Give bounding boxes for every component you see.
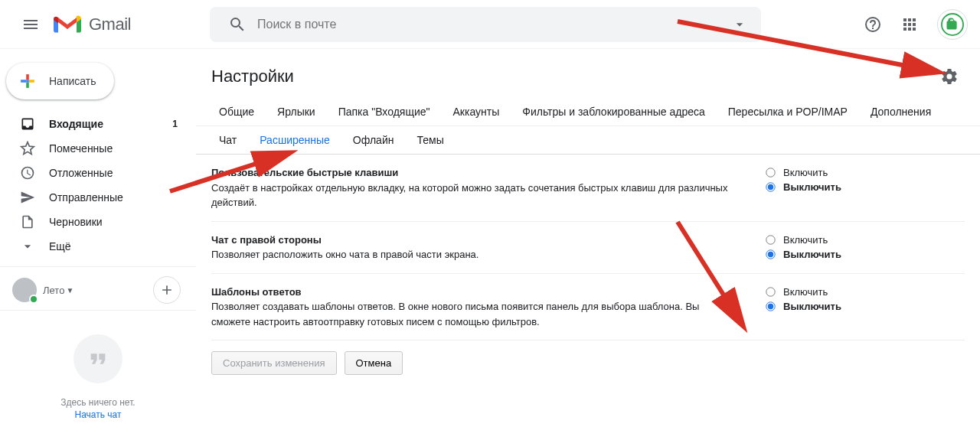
chat-username[interactable]: Лето (43, 285, 64, 296)
setting-row-1: Чат с правой стороныПозволяет расположит… (211, 222, 965, 274)
chat-section: Лето ▼ (0, 266, 196, 304)
radio-disable-label: Выключить (783, 301, 841, 312)
main-menu-button[interactable] (12, 6, 49, 43)
main-area: Настройки ОбщиеЯрлыкиПапка "Входящие"Акк… (196, 49, 980, 443)
gear-icon (940, 67, 959, 86)
compose-label: Написать (49, 75, 96, 87)
caret-down-icon[interactable]: ▼ (66, 286, 74, 295)
sidebar-item-inbox[interactable]: Входящие 1 (0, 112, 187, 136)
setting-row-0: Пользовательские быстрые клавишиСоздаёт … (211, 155, 965, 222)
sidebar: Написать Входящие 1 Помеченные Отложенны… (0, 49, 196, 443)
sidebar-item-label: Черновики (49, 216, 103, 228)
apps-grid-icon (900, 15, 919, 34)
radio-enable-label: Включить (783, 234, 828, 246)
setting-desc: Чат с правой стороныПозволяет расположит… (211, 233, 766, 262)
quote-icon (86, 347, 110, 371)
sidebar-item-label: Отправленные (49, 191, 123, 204)
radio-disable[interactable] (766, 301, 775, 311)
inbox-icon (20, 116, 35, 132)
tab-общие[interactable]: Общие (211, 98, 262, 125)
sidebar-item-drafts[interactable]: Черновики (0, 210, 187, 234)
brand-text: Gmail (89, 15, 131, 34)
sidebar-item-label: Входящие (49, 118, 103, 130)
star-icon (20, 141, 35, 156)
tab-ярлыки[interactable]: Ярлыки (270, 98, 323, 125)
sidebar-item-label: Помеченные (49, 142, 113, 155)
tab-дополнения[interactable]: Дополнения (863, 98, 939, 125)
sidebar-item-more[interactable]: Ещё (0, 234, 187, 259)
file-icon (20, 214, 35, 230)
setting-desc: Шаблоны ответовПозволяет создавать шабло… (211, 285, 766, 330)
search-icon (228, 15, 247, 34)
setting-radio-group: ВключитьВыключить (766, 233, 965, 262)
hangout-bubble-icon (74, 334, 122, 383)
logo-area[interactable]: Gmail (49, 13, 202, 36)
cancel-button[interactable]: Отмена (345, 351, 403, 375)
clock-icon (20, 165, 35, 181)
tab-темы[interactable]: Темы (409, 126, 451, 154)
profile-avatar-icon (941, 13, 964, 36)
inbox-count: 1 (172, 119, 178, 129)
radio-enable[interactable] (766, 168, 775, 177)
help-icon (864, 15, 882, 34)
send-icon (20, 190, 35, 205)
hangout-start-link[interactable]: Начать чат (75, 409, 122, 420)
plus-icon (15, 69, 40, 93)
compose-button[interactable]: Написать (6, 63, 114, 99)
caret-down-icon (732, 17, 747, 32)
profile-button[interactable] (937, 9, 968, 40)
tab-расширенные[interactable]: Расширенные (252, 126, 338, 154)
save-button[interactable]: Сохранить изменения (211, 351, 337, 375)
settings-tabs-row1: ОбщиеЯрлыкиПапка "Входящие"АккаунтыФильт… (196, 98, 980, 126)
page-title: Настройки (211, 67, 294, 86)
chevron-down-icon (20, 239, 35, 254)
setting-desc: Пользовательские быстрые клавишиСоздаёт … (211, 165, 766, 210)
support-button[interactable] (858, 9, 888, 40)
radio-enable[interactable] (766, 235, 775, 244)
sidebar-item-label: Отложенные (49, 167, 113, 179)
status-dot-icon (29, 295, 38, 304)
sidebar-item-snoozed[interactable]: Отложенные (0, 161, 187, 185)
radio-disable-label: Выключить (783, 249, 841, 260)
setting-row-2: Шаблоны ответовПозволяет создавать шабло… (211, 274, 965, 341)
hangout-empty-text: Здесь ничего нет. (60, 397, 135, 408)
new-chat-button[interactable] (153, 276, 181, 304)
search-input[interactable] (257, 18, 726, 31)
tab-фильтры-и-заблокированные-адреса[interactable]: Фильтры и заблокированные адреса (514, 98, 713, 125)
radio-enable[interactable] (766, 287, 775, 296)
plus-icon (159, 282, 175, 298)
tab-аккаунты[interactable]: Аккаунты (446, 98, 508, 125)
svg-rect-1 (26, 80, 29, 83)
sidebar-item-starred[interactable]: Помеченные (0, 136, 187, 161)
gmail-logo-icon (52, 13, 83, 36)
search-options-button[interactable] (726, 11, 753, 38)
sidebar-item-label: Ещё (49, 240, 71, 252)
hangout-placeholder: Здесь ничего нет. Начать чат (0, 311, 196, 443)
tab-офлайн[interactable]: Офлайн (345, 126, 402, 154)
setting-radio-group: ВключитьВыключить (766, 285, 965, 330)
tab-чат[interactable]: Чат (211, 126, 244, 154)
radio-disable[interactable] (766, 182, 775, 191)
apps-button[interactable] (894, 9, 925, 40)
search-box[interactable] (210, 7, 761, 42)
sidebar-item-sent[interactable]: Отправленные (0, 185, 187, 210)
chat-avatar[interactable] (12, 278, 37, 302)
settings-gear-button[interactable] (934, 61, 965, 92)
radio-enable-label: Включить (783, 286, 828, 298)
tab-папка-входящие-[interactable]: Папка "Входящие" (331, 98, 438, 125)
radio-enable-label: Включить (783, 167, 828, 178)
tab-пересылка-и-pop-imap[interactable]: Пересылка и POP/IMAP (720, 98, 855, 125)
radio-disable-label: Выключить (783, 181, 841, 193)
settings-tabs-row2: ЧатРасширенныеОфлайнТемы (196, 126, 980, 155)
header-bar: Gmail (0, 0, 980, 49)
setting-radio-group: ВключитьВыключить (766, 165, 965, 210)
hamburger-icon (21, 15, 40, 34)
radio-disable[interactable] (766, 249, 775, 259)
